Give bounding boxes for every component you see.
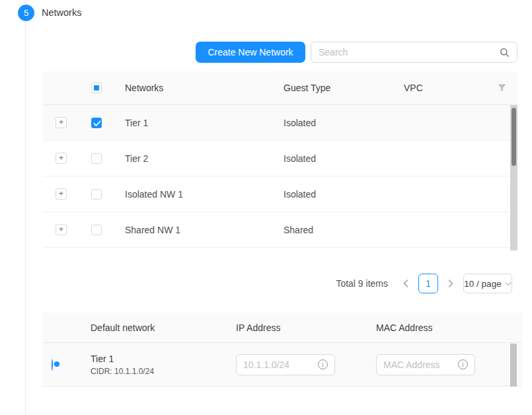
ip-address-cell: i bbox=[225, 354, 365, 375]
table-row: + Shared NW 1 Shared bbox=[43, 212, 517, 248]
row-checkbox[interactable] bbox=[91, 153, 102, 164]
column-header-ip-address: IP Address bbox=[225, 322, 365, 333]
checkbox-cell bbox=[79, 225, 114, 235]
default-network-row: Tier 1 CIDR: 10.1.1.0/24 i i bbox=[43, 343, 522, 387]
expand-cell: + bbox=[43, 117, 79, 128]
default-network-name: Tier 1 bbox=[91, 354, 225, 364]
ip-address-input[interactable] bbox=[243, 359, 318, 370]
network-name: Isolated NW 1 bbox=[114, 189, 272, 200]
column-header-vpc: VPC bbox=[393, 83, 486, 93]
expand-row-button[interactable]: + bbox=[56, 224, 67, 235]
chevron-left-icon bbox=[403, 280, 408, 287]
chevron-right-icon bbox=[448, 280, 453, 287]
column-header-default-network: Default network bbox=[79, 322, 225, 333]
table-scrollbar-track[interactable] bbox=[510, 105, 517, 250]
default-network-cidr: CIDR: 10.1.1.0/24 bbox=[91, 367, 225, 376]
table-scrollbar-thumb[interactable] bbox=[512, 108, 516, 166]
select-all-cell bbox=[79, 83, 114, 93]
pagination: Total 9 items 1 10 / page bbox=[336, 274, 512, 293]
step-title: Networks bbox=[42, 7, 81, 18]
network-name: Shared NW 1 bbox=[114, 225, 272, 235]
pagination-total: Total 9 items bbox=[336, 278, 388, 289]
create-new-network-button[interactable]: Create New Network bbox=[196, 42, 305, 63]
column-header-guest-type: Guest Type bbox=[272, 83, 393, 93]
search-box[interactable] bbox=[311, 42, 517, 63]
column-header-networks: Networks bbox=[114, 83, 272, 93]
default-network-radio[interactable] bbox=[52, 359, 53, 371]
networks-table-header: Networks Guest Type VPC bbox=[43, 71, 517, 105]
row-checkbox[interactable] bbox=[91, 189, 102, 200]
network-name: Tier 1 bbox=[114, 118, 272, 128]
table-row: + Tier 1 Isolated bbox=[43, 105, 517, 141]
checkbox-cell bbox=[79, 118, 114, 128]
default-network-name-cell: Tier 1 CIDR: 10.1.1.0/24 bbox=[79, 354, 225, 376]
step-number-badge: 5 bbox=[18, 5, 34, 21]
page-1-button[interactable]: 1 bbox=[418, 274, 438, 293]
expand-row-button[interactable]: + bbox=[56, 117, 67, 128]
expand-row-button[interactable]: + bbox=[56, 153, 67, 164]
expand-cell: + bbox=[43, 224, 79, 235]
expand-cell: + bbox=[43, 188, 79, 200]
search-icon bbox=[500, 48, 510, 57]
default-network-table: Default network IP Address MAC Address T… bbox=[43, 313, 522, 387]
page-size-label: 10 / page bbox=[464, 279, 501, 289]
guest-type: Isolated bbox=[272, 189, 393, 200]
table-scrollbar-thumb[interactable] bbox=[510, 344, 517, 387]
networks-step-panel: 5 Networks Create New Network Networks G… bbox=[0, 0, 532, 415]
expand-row-button[interactable]: + bbox=[56, 188, 67, 200]
mac-address-cell: i bbox=[365, 354, 522, 375]
next-page-button[interactable] bbox=[443, 274, 458, 293]
expand-cell: + bbox=[43, 153, 79, 164]
table-row: + Isolated NW 1 Isolated bbox=[43, 176, 517, 212]
guest-type: Shared bbox=[272, 225, 393, 235]
ip-address-field[interactable]: i bbox=[236, 354, 335, 375]
guest-type: Isolated bbox=[272, 153, 393, 164]
checkbox-cell bbox=[79, 153, 114, 164]
row-checkbox-checked[interactable] bbox=[91, 118, 102, 128]
info-icon[interactable]: i bbox=[318, 359, 328, 369]
chevron-down-icon bbox=[505, 282, 512, 286]
step-connector-line bbox=[25, 0, 26, 415]
mac-address-field[interactable]: i bbox=[376, 354, 475, 375]
filter-cell bbox=[486, 84, 517, 92]
step-number: 5 bbox=[24, 8, 28, 18]
networks-table: Networks Guest Type VPC + Tier 1 Isolate… bbox=[43, 71, 517, 248]
select-all-checkbox[interactable] bbox=[91, 83, 102, 93]
info-icon[interactable]: i bbox=[458, 359, 468, 369]
network-name: Tier 2 bbox=[114, 153, 272, 164]
guest-type: Isolated bbox=[272, 118, 393, 128]
filter-icon[interactable] bbox=[498, 84, 506, 92]
page-size-select[interactable]: 10 / page bbox=[463, 274, 512, 293]
column-header-mac-address: MAC Address bbox=[365, 322, 522, 333]
default-network-table-header: Default network IP Address MAC Address bbox=[43, 313, 522, 343]
mac-address-input[interactable] bbox=[383, 359, 458, 370]
checkbox-cell bbox=[79, 189, 114, 200]
row-checkbox[interactable] bbox=[91, 225, 102, 235]
table-row: + Tier 2 Isolated bbox=[43, 141, 517, 176]
prev-page-button[interactable] bbox=[399, 274, 413, 293]
search-input[interactable] bbox=[319, 47, 500, 57]
radio-cell bbox=[43, 359, 79, 370]
